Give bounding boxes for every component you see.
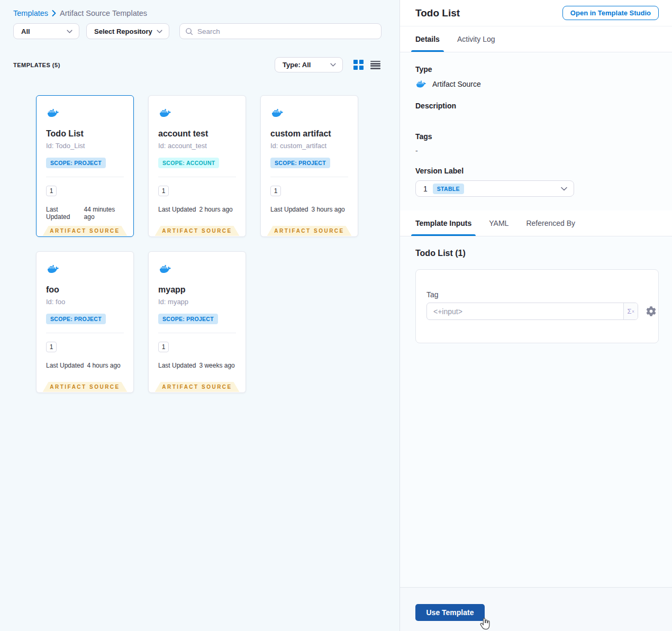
last-updated-label: Last Updated — [270, 206, 308, 213]
docker-icon — [158, 107, 172, 118]
version-count-badge: 1 — [270, 186, 281, 196]
docker-icon — [270, 107, 285, 118]
tab-template-inputs[interactable]: Template Inputs — [415, 211, 471, 236]
template-card-foo[interactable]: foo Id: foo SCOPE: PROJECT 1 Last Update… — [36, 251, 134, 393]
use-template-button[interactable]: Use Template — [415, 604, 485, 621]
last-updated-value: 2 hours ago — [199, 206, 232, 213]
type-filter-dropdown[interactable]: Type: All — [275, 57, 343, 72]
chevron-down-icon — [157, 30, 162, 33]
tag-input-field: Σx — [426, 303, 638, 320]
chevron-down-icon — [67, 30, 72, 33]
template-card-todo-list[interactable]: Todo List Id: Todo_List SCOPE: PROJECT 1… — [36, 95, 134, 237]
template-card-custom-artifact[interactable]: custom artifact Id: custom_artifact SCOP… — [260, 95, 358, 237]
last-updated-value: 3 hours ago — [311, 206, 344, 213]
version-dropdown[interactable]: 1 STABLE — [415, 180, 574, 197]
sigma-icon[interactable]: Σx — [623, 303, 638, 319]
artifact-source-ribbon: ARTIFACT SOURCE — [155, 226, 240, 236]
last-updated-label: Last Updated — [158, 362, 196, 369]
template-card-id: Id: foo — [46, 298, 124, 306]
divider — [270, 177, 348, 177]
template-inputs-content: Todo List (1) Tag Σx — [400, 236, 672, 587]
templates-page: Templates Artifact Source Templates All … — [0, 0, 672, 631]
template-card-id: Id: myapp — [158, 298, 236, 306]
template-card-title: custom artifact — [270, 129, 348, 139]
inputs-tabbar: Template Inputs YAML Referenced By — [400, 211, 672, 236]
template-card-account-test[interactable]: account test Id: account_test SCOPE: ACC… — [148, 95, 246, 237]
docker-icon — [46, 263, 60, 275]
stable-badge: STABLE — [433, 184, 464, 194]
tab-details[interactable]: Details — [415, 26, 440, 52]
type-label: Type — [415, 65, 657, 74]
search-icon — [185, 28, 193, 35]
tag-label: Tag — [426, 290, 648, 299]
breadcrumb-templates-link[interactable]: Templates — [13, 9, 48, 17]
grid-view-icon[interactable] — [353, 60, 364, 70]
docker-icon — [415, 79, 427, 89]
template-card-title: foo — [46, 285, 124, 295]
artifact-source-ribbon: ARTIFACT SOURCE — [43, 382, 128, 392]
template-card-title: myapp — [158, 285, 236, 295]
last-updated-value: 44 minutes ago — [84, 206, 124, 221]
tags-value: - — [415, 147, 657, 155]
tab-referenced-by[interactable]: Referenced By — [526, 211, 575, 236]
list-view-icon[interactable] — [370, 61, 380, 69]
view-toggle-group — [353, 60, 380, 70]
divider — [158, 333, 236, 333]
footer-action-bar: Use Template — [400, 587, 672, 631]
chevron-down-icon — [330, 63, 336, 67]
version-number: 1 — [423, 185, 428, 193]
inputs-card: Tag Σx — [415, 269, 659, 343]
template-card-title: Todo List — [46, 129, 124, 139]
breadcrumb: Templates Artifact Source Templates — [13, 9, 147, 17]
tags-label: Tags — [415, 132, 657, 141]
template-details-panel: Todo List Open in Template Studio Detail… — [400, 0, 672, 631]
scope-filter-dropdown[interactable]: All — [13, 23, 79, 39]
details-content: Type Artifact Source Description Tags - … — [400, 52, 672, 211]
divider — [46, 177, 124, 177]
repository-filter-dropdown[interactable]: Select Repository — [86, 23, 169, 39]
scope-badge: SCOPE: PROJECT — [46, 314, 106, 324]
version-count-badge: 1 — [46, 342, 57, 352]
last-updated-label: Last Updated — [46, 206, 81, 221]
template-card-title: account test — [158, 129, 236, 139]
tab-activity-log[interactable]: Activity Log — [457, 26, 495, 52]
template-list-panel: Templates Artifact Source Templates All … — [0, 0, 400, 631]
gear-icon[interactable] — [646, 306, 656, 316]
template-card-id: Id: account_test — [158, 142, 236, 150]
tab-yaml[interactable]: YAML — [489, 211, 508, 236]
last-updated-label: Last Updated — [158, 206, 196, 213]
version-count-badge: 1 — [46, 186, 57, 196]
last-updated-value: 3 weeks ago — [199, 362, 234, 369]
details-tabbar: Details Activity Log — [400, 26, 672, 52]
template-card-id: Id: custom_artifact — [270, 142, 348, 150]
templates-count-label: TEMPLATES (5) — [13, 62, 60, 68]
artifact-source-ribbon: ARTIFACT SOURCE — [43, 226, 128, 236]
docker-icon — [46, 107, 60, 118]
inputs-heading: Todo List (1) — [415, 249, 659, 258]
template-card-id: Id: Todo_List — [46, 142, 124, 150]
scope-badge: SCOPE: ACCOUNT — [158, 158, 219, 168]
template-card-myapp[interactable]: myapp Id: myapp SCOPE: PROJECT 1 Last Up… — [148, 251, 246, 393]
type-value: Artifact Source — [432, 80, 481, 88]
docker-icon — [158, 263, 172, 275]
divider — [158, 177, 236, 177]
last-updated-value: 4 hours ago — [87, 362, 120, 369]
chevron-down-icon — [561, 187, 567, 191]
description-label: Description — [415, 102, 657, 110]
last-updated-label: Last Updated — [46, 362, 84, 369]
search-input[interactable] — [197, 28, 376, 35]
tag-input[interactable] — [427, 303, 623, 319]
open-in-template-studio-button[interactable]: Open in Template Studio — [562, 6, 659, 20]
search-field — [179, 23, 382, 39]
divider — [46, 333, 124, 333]
version-count-badge: 1 — [158, 186, 169, 196]
chevron-right-icon — [52, 10, 56, 16]
breadcrumb-current: Artifact Source Templates — [60, 9, 147, 17]
template-card-grid: Todo List Id: Todo_List SCOPE: PROJECT 1… — [36, 95, 358, 393]
scope-badge: SCOPE: PROJECT — [46, 158, 106, 168]
filter-bar: All Select Repository — [13, 23, 382, 39]
panel-title: Todo List — [415, 7, 460, 19]
scope-badge: SCOPE: PROJECT — [158, 314, 218, 324]
version-label: Version Label — [415, 167, 657, 175]
artifact-source-ribbon: ARTIFACT SOURCE — [155, 382, 240, 392]
